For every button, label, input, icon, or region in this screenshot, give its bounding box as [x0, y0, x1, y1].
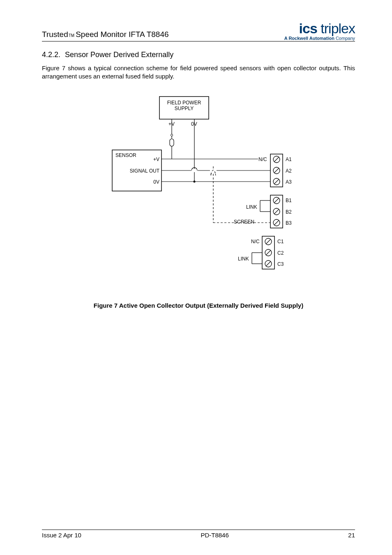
label-a3: A3 — [286, 179, 292, 185]
logo-tagline: A Rockwell Automation Company — [284, 36, 355, 41]
label-field-power: FIELD POWER SUPPLY — [165, 100, 203, 111]
logo-tag-suffix: Company — [334, 36, 355, 41]
header-trademark: TM — [69, 33, 74, 38]
svg-point-2 — [171, 134, 173, 136]
label-nc-a: N/C — [258, 157, 267, 162]
label-a1: A1 — [286, 157, 292, 162]
section-body: Figure 7 shows a typical connection sche… — [42, 64, 355, 80]
page-footer: Issue 2 Apr 10 PD-T8846 21 — [42, 530, 355, 539]
label-link-b: LINK — [246, 204, 257, 210]
svg-rect-12 — [191, 169, 198, 172]
logo-tag-bold: Rockwell Automation — [288, 36, 334, 41]
label-supply-0v: 0V — [191, 121, 197, 127]
label-nc-c: N/C — [251, 239, 260, 244]
footer-page-number: 21 — [348, 532, 355, 539]
label-a2: A2 — [286, 168, 292, 174]
label-b3: B3 — [286, 220, 292, 226]
logo-tag-prefix: A — [284, 36, 289, 41]
label-c3: C3 — [277, 261, 284, 267]
label-sensor: SENSOR — [115, 152, 136, 158]
logo-brand: ics triplex — [284, 21, 355, 37]
footer-doc-id: PD-T8846 — [201, 532, 228, 539]
company-logo: ics triplex A Rockwell Automation Compan… — [284, 21, 355, 41]
label-b2: B2 — [286, 209, 292, 215]
label-signal-out: SIGNAL OUT — [130, 168, 159, 174]
header-product-prefix: Trusted — [42, 30, 68, 39]
section-title: Sensor Power Derived Externally — [65, 51, 173, 59]
header-title: Trusted TM Speed Monitor IFTA T8846 — [42, 30, 169, 41]
svg-rect-34 — [210, 169, 217, 173]
header-product-rest: Speed Monitor IFTA T8846 — [76, 30, 168, 39]
label-c2: C2 — [277, 250, 284, 256]
field-power-line2: SUPPLY — [165, 106, 203, 111]
logo-brand-bold: ics — [299, 21, 317, 36]
section-heading: 4.2.2. Sensor Power Derived Externally — [42, 51, 355, 59]
label-sensor-0v: 0V — [153, 179, 159, 185]
label-supply-plus-v: +V — [168, 121, 175, 127]
label-sensor-plus-v: +V — [150, 157, 159, 162]
svg-rect-4 — [170, 139, 174, 146]
label-link-c: LINK — [238, 256, 249, 262]
label-screen: SCREEN — [234, 219, 254, 225]
section-number: 4.2.2. — [42, 51, 60, 59]
page-header: Trusted TM Speed Monitor IFTA T8846 ics … — [42, 21, 355, 41]
figure-caption: Figure 7 Active Open Collector Output (E… — [42, 302, 355, 309]
footer-issue: Issue 2 Apr 10 — [42, 532, 81, 539]
logo-brand-rest: triplex — [317, 21, 355, 36]
figure-diagram: FIELD POWER SUPPLY +V 0V SENSOR +V SIGNA… — [88, 92, 309, 298]
label-b1: B1 — [286, 198, 292, 203]
label-c1: C1 — [277, 239, 284, 244]
field-power-line1: FIELD POWER — [165, 100, 203, 106]
